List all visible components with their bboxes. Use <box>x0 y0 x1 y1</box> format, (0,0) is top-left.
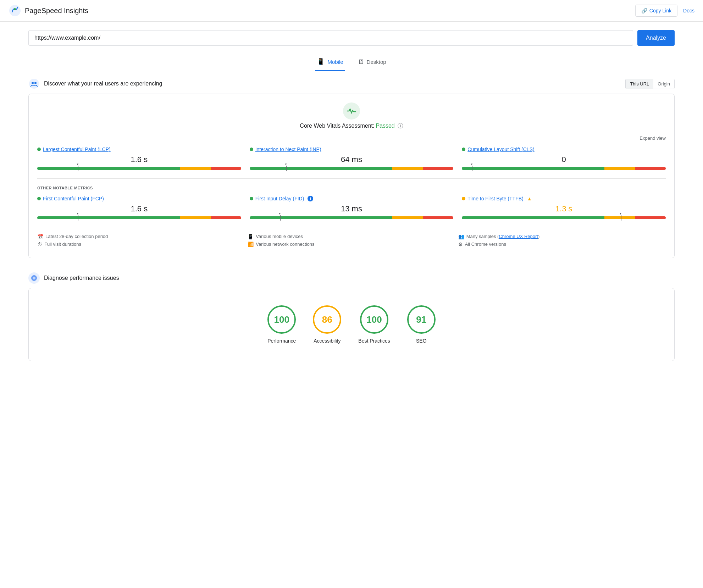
docs-link[interactable]: Docs <box>683 8 694 13</box>
ttfb-status-dot <box>462 197 465 200</box>
footer-col-2: 📱 Various mobile devices 📶 Various netwo… <box>248 234 455 249</box>
ttfb-value: 1.3 s <box>462 204 666 213</box>
performance-label: Performance <box>267 338 296 344</box>
card-footer: 📅 Latest 28-day collection period ⏱ Full… <box>37 228 666 249</box>
fcp-value: 1.6 s <box>37 204 241 213</box>
inp-track <box>250 167 454 170</box>
lcp-label[interactable]: Largest Contentful Paint (LCP) <box>37 146 241 152</box>
analyze-button[interactable]: Analyze <box>637 30 675 46</box>
fcp-label[interactable]: First Contentful Paint (FCP) <box>37 196 241 201</box>
app-title: PageSpeed Insights <box>25 7 88 15</box>
svg-point-3 <box>32 82 34 84</box>
footer-mobile-devices: 📱 Various mobile devices <box>248 234 455 239</box>
fid-status-dot <box>250 197 253 200</box>
url-origin-toggle: This URL Origin <box>625 79 675 89</box>
metric-fid: First Input Delay (FID) i 13 ms <box>250 196 454 221</box>
cls-marker <box>472 166 472 171</box>
cls-status-dot <box>462 148 465 151</box>
lcp-marker <box>78 166 78 171</box>
score-best-practices: 100 Best Practices <box>358 305 390 344</box>
footer-chrome-versions: ⚙ All Chrome versions <box>458 242 666 247</box>
score-accessibility: 86 Accessibility <box>313 305 341 344</box>
tab-desktop[interactable]: 🖥 Desktop <box>356 54 388 71</box>
footer-collection-period: 📅 Latest 28-day collection period <box>37 234 245 239</box>
footer-col-3: 👥 Many samples (Chrome UX Report) ⚙ All … <box>458 234 666 249</box>
cwv-info-icon[interactable]: ⓘ <box>398 123 403 129</box>
fid-marker <box>280 215 281 221</box>
cls-progress <box>462 167 666 170</box>
cwv-card: Core Web Vitals Assessment: Passed ⓘ Exp… <box>28 94 675 258</box>
performance-circle: 100 <box>267 305 296 334</box>
fid-info-icon[interactable]: i <box>308 196 313 201</box>
cwv-icon-area <box>343 102 360 120</box>
metric-lcp: Largest Contentful Paint (LCP) 1.6 s <box>37 146 241 171</box>
diagnose-icon <box>28 272 40 284</box>
link-icon: 🔗 <box>641 8 647 13</box>
pulse-svg <box>347 106 356 116</box>
calendar-icon: 📅 <box>37 234 43 239</box>
seo-label: SEO <box>416 338 427 344</box>
tab-mobile[interactable]: 📱 Mobile <box>315 54 344 71</box>
lcp-status-dot <box>37 148 41 151</box>
fcp-status-dot <box>37 197 41 200</box>
score-performance: 100 Performance <box>267 305 296 344</box>
fid-progress <box>250 216 454 219</box>
ttfb-triangle-icon: ▲ <box>527 196 532 201</box>
lcp-track <box>37 167 241 170</box>
fcp-progress <box>37 216 241 219</box>
scores-grid: 100 Performance 86 Accessibility 100 Bes… <box>37 297 666 352</box>
svg-point-6 <box>33 277 35 279</box>
inp-value: 64 ms <box>250 155 454 164</box>
cwv-title-row: Core Web Vitals Assessment: Passed ⓘ <box>300 122 403 130</box>
svg-point-4 <box>34 82 37 84</box>
wifi-icon: 📶 <box>248 242 254 247</box>
fcp-track <box>37 216 241 219</box>
accessibility-circle: 86 <box>313 305 341 334</box>
copy-link-button[interactable]: 🔗 Copy Link <box>635 5 677 17</box>
gauge-svg <box>31 274 38 282</box>
this-url-button[interactable]: This URL <box>626 79 653 89</box>
metric-inp: Interaction to Next Paint (INP) 64 ms <box>250 146 454 171</box>
footer-visit-duration: ⏱ Full visit durations <box>37 242 245 247</box>
inp-label[interactable]: Interaction to Next Paint (INP) <box>250 146 454 152</box>
clock-icon: ⏱ <box>37 242 42 247</box>
metric-cls: Cumulative Layout Shift (CLS) 0 <box>462 146 666 171</box>
diagnose-header: Diagnose performance issues <box>0 265 703 288</box>
settings-icon: ⚙ <box>458 242 463 247</box>
origin-button[interactable]: Origin <box>653 79 674 89</box>
cwv-status: Passed <box>376 123 394 129</box>
cls-label[interactable]: Cumulative Layout Shift (CLS) <box>462 146 666 152</box>
real-users-title: Discover what your real users are experi… <box>44 81 162 87</box>
best-practices-circle: 100 <box>360 305 388 334</box>
search-area: Analyze <box>0 22 703 51</box>
lcp-value: 1.6 s <box>37 155 241 164</box>
svg-point-1 <box>14 8 16 10</box>
section-title-area: Discover what your real users are experi… <box>28 78 162 89</box>
svg-point-0 <box>9 5 21 16</box>
header-actions: 🔗 Copy Link Docs <box>635 5 694 17</box>
mobile-icon: 📱 <box>317 58 325 66</box>
pagespeed-logo <box>9 4 21 17</box>
fid-label[interactable]: First Input Delay (FID) i <box>250 196 454 201</box>
footer-network: 📶 Various network connections <box>248 242 455 247</box>
scores-card: 100 Performance 86 Accessibility 100 Bes… <box>28 288 675 361</box>
real-users-header: Discover what your real users are experi… <box>0 71 703 94</box>
logo-area: PageSpeed Insights <box>9 4 88 17</box>
url-input[interactable] <box>28 30 633 46</box>
ttfb-progress <box>462 216 666 219</box>
inp-status-dot <box>250 148 253 151</box>
expand-view-link[interactable]: Expand view <box>37 135 666 141</box>
cwv-pulse-icon <box>343 102 360 120</box>
metric-fcp: First Contentful Paint (FCP) 1.6 s <box>37 196 241 221</box>
diagnose-title: Diagnose performance issues <box>44 275 119 281</box>
cwv-header: Core Web Vitals Assessment: Passed ⓘ <box>37 102 666 130</box>
other-metrics-grid: First Contentful Paint (FCP) 1.6 s First… <box>37 196 666 221</box>
chrome-ux-report-link[interactable]: Chrome UX Report <box>499 234 538 239</box>
fcp-marker <box>78 215 78 221</box>
metrics-divider <box>37 178 666 179</box>
ttfb-label[interactable]: Time to First Byte (TTFB) ▲ <box>462 196 666 201</box>
ttfb-marker <box>621 215 621 221</box>
cls-value: 0 <box>462 155 666 164</box>
users-icon <box>28 78 40 89</box>
footer-col-1: 📅 Latest 28-day collection period ⏱ Full… <box>37 234 245 249</box>
